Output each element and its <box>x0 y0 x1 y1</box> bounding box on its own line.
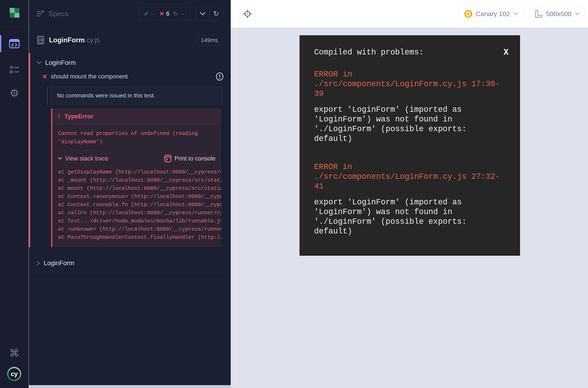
specs-header: Specs ✓ -- ✕ 6 ↻ -- <box>29 0 231 27</box>
error-bang-icon: ! <box>58 113 60 120</box>
collapsed-suite-row[interactable]: LoginForm <box>29 254 231 272</box>
specs-panel: Specs ✓ -- ✕ 6 ↻ -- <box>29 0 231 388</box>
spec-file-ext: .cy.js <box>85 36 100 44</box>
stat-pending: ↻ -- <box>173 10 185 17</box>
sidebar-item-specs[interactable] <box>0 37 29 50</box>
print-to-console-button[interactable]: Print to console <box>164 155 215 162</box>
chevron-down-icon <box>575 12 579 15</box>
attention-icon[interactable] <box>215 72 224 81</box>
error-detail: export 'LoginForm' (imported as 'LoginFo… <box>314 105 509 144</box>
error-type: TypeError <box>64 113 94 120</box>
header-actions: ↻ <box>196 7 223 21</box>
chevron-down-icon <box>37 61 41 64</box>
overlay-header: Compiled with problems: X <box>314 48 509 57</box>
logo-square <box>10 8 15 13</box>
check-icon: ✓ <box>144 10 149 17</box>
horizontal-scrollbar[interactable] <box>29 385 231 388</box>
webpack-error-overlay: Compiled with problems: X ERROR in ./src… <box>300 35 520 256</box>
failed-spec-block: LoginForm ✕ should mount the component N… <box>29 53 231 247</box>
refresh-icon: ↻ <box>213 9 219 18</box>
spec-duration-badge: 149ms <box>196 35 223 46</box>
viewport-select-label: 500x500 <box>546 10 571 18</box>
spec-file-icon <box>37 35 45 45</box>
sidebar-item-settings[interactable]: ⚙ <box>0 86 29 100</box>
error-detail: export 'LoginForm' (imported as 'LoginFo… <box>314 197 509 236</box>
cy-logo: cy <box>8 368 20 380</box>
test-attempt-body: No commands were issued in this test. <box>51 87 223 104</box>
test-title: should mount the component <box>51 73 128 80</box>
chevron-down-icon <box>200 12 205 15</box>
overlay-close-button[interactable]: X <box>499 48 509 57</box>
x-icon: ✕ <box>159 10 164 17</box>
compile-error: ERROR in ./src/components/LoginForm.cy.j… <box>314 162 509 236</box>
browser-select[interactable]: Canary 102 <box>459 7 523 21</box>
stat-failed: ✕ 6 <box>159 10 170 17</box>
specs-icon <box>37 10 45 17</box>
test-failed-icon: ✕ <box>42 73 47 80</box>
attempt-indicator <box>47 87 48 105</box>
no-commands-message: No commands were issued in this test. <box>51 87 223 104</box>
command-icon: ⌘ <box>9 347 19 359</box>
stat-passed: ✓ -- <box>144 10 156 17</box>
crosshair-icon <box>243 9 252 18</box>
cypress-version-button[interactable]: cy <box>7 367 21 381</box>
selector-playground-button[interactable] <box>239 7 256 21</box>
gear-icon: ⚙ <box>9 87 19 99</box>
ruler-icon <box>535 10 542 18</box>
failed-test-row[interactable]: ✕ should mount the component <box>30 70 231 84</box>
rerun-button[interactable]: ↻ <box>209 7 223 21</box>
chrome-canary-icon <box>464 10 472 18</box>
logo-square <box>15 8 19 13</box>
test-error-box: ! TypeError Cannot read properties of un… <box>51 108 221 247</box>
divider <box>29 272 231 273</box>
browser-select-label: Canary 102 <box>476 10 510 18</box>
test-list-icon <box>9 66 19 74</box>
sidebar: ⚙ ⌘ cy <box>0 0 29 388</box>
error-location: ERROR in ./src/components/LoginForm.cy.j… <box>314 162 509 191</box>
cypress-app-logo-icon[interactable] <box>10 8 19 18</box>
aut-stage: Compiled with problems: X ERROR in ./src… <box>231 27 588 388</box>
overlay-title: Compiled with problems: <box>314 48 424 57</box>
chevron-down-icon <box>513 12 518 15</box>
keyboard-shortcuts-button[interactable]: ⌘ <box>0 347 29 360</box>
suite-row[interactable]: LoginForm <box>30 56 231 70</box>
logo-square <box>10 13 15 18</box>
collapse-all-button[interactable] <box>196 7 209 21</box>
spec-file-row[interactable]: LoginForm.cy.js 149ms <box>29 27 231 53</box>
runner-area: Canary 102 500x500 <box>231 0 588 388</box>
chevron-down-icon <box>58 157 62 160</box>
run-stats[interactable]: ✓ -- ✕ 6 ↻ -- <box>139 7 190 20</box>
pending-circle-icon: ↻ <box>173 10 178 17</box>
sidebar-item-runs[interactable] <box>0 63 29 76</box>
suite-name: LoginForm <box>44 260 74 267</box>
chevron-right-icon <box>37 261 40 266</box>
print-console-icon <box>164 155 171 162</box>
error-controls: View stack trace Print to console <box>52 151 221 166</box>
error-header: ! TypeError <box>52 108 221 124</box>
logo-square <box>15 13 19 18</box>
spec-file-name: LoginForm.cy.js <box>49 36 100 44</box>
specs-panel-title: Specs <box>49 10 69 18</box>
runner-topbar: Canary 102 500x500 <box>231 0 588 27</box>
suite-name: LoginForm <box>45 59 76 66</box>
stack-trace: at getDisplayName (http://localhost:8080… <box>52 166 221 247</box>
compile-error: ERROR in ./src/components/LoginForm.cy.j… <box>314 70 509 144</box>
error-message: Cannot read properties of undefined (rea… <box>52 124 221 151</box>
error-location: ERROR in ./src/components/LoginForm.cy.j… <box>314 70 509 99</box>
code-window-icon <box>9 39 20 48</box>
viewport-select[interactable]: 500x500 <box>530 7 585 21</box>
view-stack-trace-toggle[interactable]: View stack trace <box>58 155 108 162</box>
